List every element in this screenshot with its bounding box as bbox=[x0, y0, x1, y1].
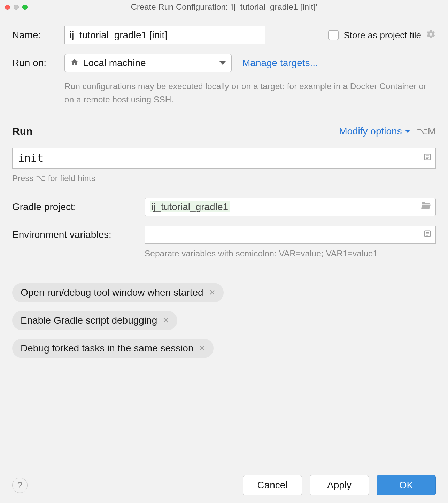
tasks-input[interactable] bbox=[12, 148, 436, 169]
name-label: Name: bbox=[12, 30, 64, 41]
ok-button[interactable]: OK bbox=[377, 475, 436, 495]
chevron-down-icon bbox=[219, 61, 226, 65]
window-title: Create Run Configuration: 'ij_tutorial_g… bbox=[0, 2, 448, 12]
cancel-button[interactable]: Cancel bbox=[243, 475, 302, 495]
traffic-lights bbox=[5, 5, 28, 10]
env-vars-input[interactable] bbox=[145, 226, 436, 244]
store-as-file-checkbox[interactable] bbox=[328, 30, 339, 40]
modify-options-link[interactable]: Modify options bbox=[339, 126, 410, 137]
chip-remove-icon[interactable]: ✕ bbox=[209, 288, 215, 297]
gradle-project-field[interactable]: ij_tutorial_gradle1 bbox=[145, 198, 436, 216]
folder-open-icon[interactable] bbox=[421, 201, 431, 213]
modify-options-shortcut: ⌥M bbox=[417, 125, 436, 137]
chip-remove-icon[interactable]: ✕ bbox=[163, 316, 169, 325]
option-chip-open-tool-window[interactable]: Open run/debug tool window when started … bbox=[12, 283, 224, 302]
option-chip-debug-forked[interactable]: Debug forked tasks in the same session ✕ bbox=[12, 339, 214, 358]
titlebar: Create Run Configuration: 'ij_tutorial_g… bbox=[0, 0, 448, 14]
apply-button[interactable]: Apply bbox=[310, 475, 369, 495]
env-vars-hint: Separate variables with semicolon: VAR=v… bbox=[145, 249, 436, 258]
env-vars-label: Environment variables: bbox=[12, 229, 145, 240]
gradle-project-label: Gradle project: bbox=[12, 201, 145, 212]
run-on-label: Run on: bbox=[12, 57, 64, 69]
name-input[interactable] bbox=[64, 26, 265, 44]
maximize-window-button[interactable] bbox=[22, 5, 28, 10]
help-button[interactable]: ? bbox=[12, 478, 28, 493]
expand-field-icon[interactable] bbox=[423, 229, 432, 240]
run-on-value: Local machine bbox=[83, 57, 146, 69]
store-as-file-label: Store as project file bbox=[343, 30, 421, 41]
chevron-down-icon bbox=[405, 130, 410, 133]
option-chip-gradle-debugging[interactable]: Enable Gradle script debugging ✕ bbox=[12, 311, 177, 330]
run-on-select[interactable]: Local machine bbox=[64, 54, 232, 72]
chip-label: Open run/debug tool window when started bbox=[21, 287, 203, 298]
chip-label: Enable Gradle script debugging bbox=[21, 315, 157, 326]
minimize-window-button[interactable] bbox=[14, 5, 19, 10]
gradle-project-value: ij_tutorial_gradle1 bbox=[150, 201, 230, 212]
gear-icon[interactable] bbox=[426, 29, 436, 41]
home-icon bbox=[70, 57, 79, 69]
chip-label: Debug forked tasks in the same session bbox=[21, 343, 193, 354]
run-on-hint: Run configurations may be executed local… bbox=[64, 80, 436, 106]
close-window-button[interactable] bbox=[5, 5, 10, 10]
manage-targets-link[interactable]: Manage targets... bbox=[242, 57, 318, 69]
expand-field-icon[interactable] bbox=[423, 153, 432, 163]
run-section-title: Run bbox=[12, 125, 32, 137]
help-icon: ? bbox=[17, 480, 22, 491]
tasks-hint: Press ⌥ for field hints bbox=[12, 173, 436, 183]
divider bbox=[12, 115, 436, 115]
chip-remove-icon[interactable]: ✕ bbox=[199, 344, 205, 353]
